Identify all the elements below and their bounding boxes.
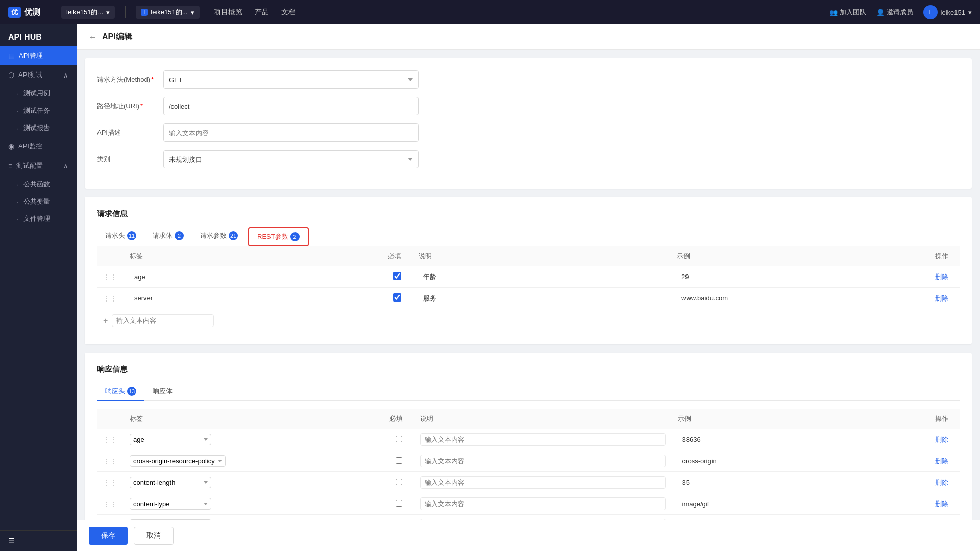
required-checkbox-server[interactable] bbox=[393, 293, 401, 302]
resp-required-checkbox-age[interactable] bbox=[396, 436, 402, 442]
response-section-header: 响应信息 bbox=[97, 365, 960, 374]
invite-icon: 👤 bbox=[876, 9, 885, 16]
resp-required-checkbox-cl[interactable] bbox=[396, 479, 402, 485]
drag-handle[interactable]: ⋮⋮ bbox=[103, 500, 117, 508]
request-section-header: 请求信息 bbox=[97, 209, 960, 219]
resp-delete-corp[interactable]: 删除 bbox=[935, 457, 948, 465]
sidebar-item-public-func[interactable]: 公共函数 bbox=[16, 176, 77, 193]
back-button[interactable]: ← bbox=[89, 33, 97, 42]
add-param-row[interactable]: + bbox=[97, 309, 960, 332]
page-header: ← API编辑 bbox=[77, 24, 980, 50]
resp-example-ct[interactable] bbox=[678, 497, 923, 510]
uri-row: 路径地址(URI)* bbox=[97, 97, 960, 115]
table-row: ⋮⋮ 删除 bbox=[97, 288, 960, 309]
th-required: 必填 bbox=[382, 246, 412, 266]
sidebar-item-api-management[interactable]: ▤ API管理 bbox=[0, 46, 77, 65]
tag-input-age[interactable] bbox=[130, 270, 376, 283]
resp-example-corp[interactable] bbox=[678, 455, 923, 467]
th-tag: 标签 bbox=[124, 246, 382, 266]
sidebar-item-test-case[interactable]: 测试用例 bbox=[16, 85, 77, 102]
cancel-button[interactable]: 取消 bbox=[134, 527, 174, 545]
sidebar-collapse-icon[interactable]: ☰ bbox=[8, 537, 15, 545]
category-select[interactable]: 未规划接口 bbox=[163, 150, 419, 168]
save-button[interactable]: 保存 bbox=[89, 527, 128, 545]
resp-example-cl[interactable] bbox=[678, 476, 923, 489]
tab-response-header[interactable]: 响应头13 bbox=[97, 383, 144, 401]
resp-delete-ct[interactable]: 删除 bbox=[935, 500, 948, 508]
join-team-button[interactable]: 👥 加入团队 bbox=[829, 8, 866, 17]
response-section-title: 响应信息 bbox=[97, 365, 128, 374]
sidebar-item-file-mgmt[interactable]: 文件管理 bbox=[16, 210, 77, 228]
config-chevron-icon: ∧ bbox=[63, 162, 68, 170]
drag-handle[interactable]: ⋮⋮ bbox=[103, 294, 117, 303]
logo: 优 优测 bbox=[8, 7, 40, 18]
resp-example-age[interactable] bbox=[678, 433, 923, 446]
tab-request-body[interactable]: 请求体2 bbox=[144, 227, 192, 246]
config-icon: ≡ bbox=[8, 162, 12, 170]
tag-input-server[interactable] bbox=[130, 292, 376, 305]
response-params-table: 标签 必填 说明 示例 操作 ⋮⋮ age bbox=[97, 409, 960, 536]
delete-button-age[interactable]: 删除 bbox=[935, 273, 948, 281]
resp-desc-cl[interactable] bbox=[420, 476, 665, 489]
method-select[interactable]: GET POST PUT DELETE PATCH bbox=[163, 70, 419, 89]
nav-link-docs[interactable]: 文档 bbox=[281, 8, 296, 17]
resp-required-checkbox-corp[interactable] bbox=[396, 457, 402, 464]
project-selector-1[interactable]: leike151的... ▾ bbox=[61, 6, 115, 19]
table-row: ⋮⋮ 删除 bbox=[97, 266, 960, 288]
desc-input-server[interactable] bbox=[419, 292, 665, 305]
rth-example: 示例 bbox=[672, 409, 929, 429]
invite-button[interactable]: 👤 邀请成员 bbox=[876, 8, 913, 17]
sidebar-item-label-api: API管理 bbox=[19, 51, 43, 60]
sidebar-item-test-report[interactable]: 测试报告 bbox=[16, 119, 77, 137]
nav-link-product[interactable]: 产品 bbox=[255, 8, 269, 17]
th-example: 示例 bbox=[671, 246, 929, 266]
resp-tag-select-cl[interactable]: content-length bbox=[130, 477, 211, 488]
resp-desc-ct[interactable] bbox=[420, 497, 665, 510]
sidebar-item-api-test[interactable]: ⬡ API测试 ∧ bbox=[0, 65, 77, 85]
test-report-label: 测试报告 bbox=[23, 123, 50, 133]
user-menu[interactable]: L leike151 ▾ bbox=[923, 5, 972, 19]
required-checkbox-age[interactable] bbox=[393, 272, 401, 280]
add-param-input[interactable] bbox=[112, 314, 214, 327]
example-input-age[interactable] bbox=[677, 270, 923, 283]
desc-input-age[interactable] bbox=[419, 270, 665, 283]
resp-tag-select-ct[interactable]: content-type bbox=[130, 498, 211, 510]
example-input-server[interactable] bbox=[677, 292, 923, 305]
nav-link-overview[interactable]: 项目概览 bbox=[214, 8, 242, 17]
sidebar-item-api-monitor[interactable]: ◉ API监控 bbox=[0, 137, 77, 156]
rth-desc: 说明 bbox=[414, 409, 671, 429]
tab-request-params[interactable]: 请求参数21 bbox=[192, 227, 246, 246]
project-selector-2[interactable]: I leike151的... ▾ bbox=[136, 6, 199, 19]
avatar: L bbox=[923, 5, 938, 19]
delete-button-server[interactable]: 删除 bbox=[935, 294, 948, 302]
tab-rest-params[interactable]: REST参数2 bbox=[248, 227, 309, 246]
api-test-submenu: 测试用例 测试任务 测试报告 bbox=[0, 85, 77, 137]
resp-delete-cl[interactable]: 删除 bbox=[935, 479, 948, 486]
plus-icon: + bbox=[103, 316, 108, 325]
tab-response-body[interactable]: 响应体 bbox=[144, 383, 181, 401]
resp-tag-select-age[interactable]: age bbox=[130, 434, 211, 445]
uri-input[interactable] bbox=[163, 97, 419, 115]
th-desc: 说明 bbox=[412, 246, 671, 266]
logo-icon: 优 bbox=[8, 7, 21, 18]
drag-handle[interactable]: ⋮⋮ bbox=[103, 479, 117, 487]
join-team-icon: 👥 bbox=[829, 9, 838, 16]
resp-delete-age[interactable]: 删除 bbox=[935, 436, 948, 443]
api-management-icon: ▤ bbox=[8, 52, 15, 60]
resp-tag-select-corp[interactable]: cross-origin-resource-policy bbox=[130, 455, 226, 467]
drag-handle[interactable]: ⋮⋮ bbox=[103, 436, 117, 444]
desc-label: API描述 bbox=[97, 128, 163, 137]
desc-input[interactable] bbox=[163, 123, 419, 142]
sidebar-item-public-var[interactable]: 公共变量 bbox=[16, 193, 77, 210]
sidebar-item-test-task[interactable]: 测试任务 bbox=[16, 102, 77, 119]
drag-handle[interactable]: ⋮⋮ bbox=[103, 273, 117, 281]
tab-request-header[interactable]: 请求头11 bbox=[97, 227, 144, 246]
resp-desc-corp[interactable] bbox=[420, 455, 665, 467]
drag-handle[interactable]: ⋮⋮ bbox=[103, 457, 117, 465]
public-func-label: 公共函数 bbox=[23, 180, 50, 189]
resp-required-checkbox-ct[interactable] bbox=[396, 500, 402, 507]
sidebar-item-test-config[interactable]: ≡ 测试配置 ∧ bbox=[0, 156, 77, 176]
public-var-label: 公共变量 bbox=[23, 197, 50, 206]
nav-links: 项目概览 产品 文档 bbox=[214, 8, 296, 17]
resp-desc-age[interactable] bbox=[420, 433, 665, 446]
